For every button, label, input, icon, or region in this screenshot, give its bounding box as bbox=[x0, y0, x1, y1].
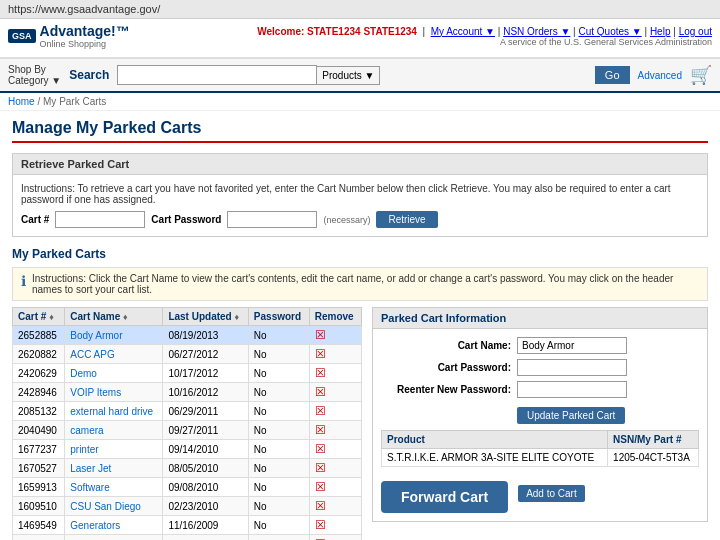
cart-name-link[interactable]: Body Armor bbox=[70, 330, 122, 341]
table-row: 1469549 Generators 11/16/2009 No ☒ bbox=[13, 516, 362, 535]
password-cell: No bbox=[248, 440, 309, 459]
cart-num-cell: 1659913 bbox=[13, 478, 65, 497]
cart-name-link[interactable]: Generators bbox=[70, 520, 120, 531]
remove-cell: ☒ bbox=[309, 402, 361, 421]
go-button[interactable]: Go bbox=[595, 66, 630, 84]
cart-name-cell: Generators bbox=[65, 516, 163, 535]
cart-name-cell: Demo bbox=[65, 364, 163, 383]
breadcrumb-home[interactable]: Home bbox=[8, 96, 35, 107]
cart-name-row: Cart Name: bbox=[381, 337, 699, 354]
header-right: Welcome: STATE1234 STATE1234 | My Accoun… bbox=[257, 26, 712, 47]
cart-num-cell: 2085132 bbox=[13, 402, 65, 421]
cart-name-cell: camera bbox=[65, 421, 163, 440]
cart-name-cell: Park bbox=[65, 535, 163, 541]
logo-area: GSA Advantage!™ Online Shopping bbox=[8, 23, 130, 49]
reenter-pass-label: Reenter New Password: bbox=[381, 384, 511, 395]
product-cell: S.T.R.I.K.E. ARMOR 3A-SITE ELITE COYOTE bbox=[382, 449, 608, 467]
cart-name-link[interactable]: external hard drive bbox=[70, 406, 153, 417]
remove-icon[interactable]: ☒ bbox=[315, 366, 326, 380]
cart-name-link[interactable]: CSU San Diego bbox=[70, 501, 141, 512]
cart-name-cell: Laser Jet bbox=[65, 459, 163, 478]
update-parked-cart-button[interactable]: Update Parked Cart bbox=[517, 407, 625, 424]
password-cell: No bbox=[248, 535, 309, 541]
welcome-user: STATE1234 STATE1234 bbox=[307, 26, 417, 37]
password-cell: No bbox=[248, 402, 309, 421]
cart-password-input[interactable] bbox=[227, 211, 317, 228]
my-account-link[interactable]: My Account ▼ bbox=[431, 26, 495, 37]
cart-table: Cart # ♦ Cart Name ♦ Last Updated ♦ Pass… bbox=[12, 307, 362, 540]
cart-name-link[interactable]: VOIP Items bbox=[70, 387, 121, 398]
col-cart-name: Cart Name ♦ bbox=[65, 308, 163, 326]
cart-num-input[interactable] bbox=[55, 211, 145, 228]
logo-text: Advantage!™ bbox=[40, 23, 130, 39]
table-row: 1677237 printer 09/14/2010 No ☒ bbox=[13, 440, 362, 459]
cart-name-cell: CSU San Diego bbox=[65, 497, 163, 516]
last-updated-cell: 09/21/2009 bbox=[163, 535, 248, 541]
remove-icon[interactable]: ☒ bbox=[315, 442, 326, 456]
url-text: https://www.gsaadvantage.gov/ bbox=[8, 3, 160, 15]
password-cell: No bbox=[248, 478, 309, 497]
remove-icon[interactable]: ☒ bbox=[315, 347, 326, 361]
agency-text: A service of the U.S. General Services A… bbox=[257, 37, 712, 47]
reenter-pass-field[interactable] bbox=[517, 381, 627, 398]
cart-name-link[interactable]: Laser Jet bbox=[70, 463, 111, 474]
retrieve-section-title: Retrieve Parked Cart bbox=[13, 154, 707, 175]
cart-num-cell: 1677237 bbox=[13, 440, 65, 459]
page-title: Manage My Parked Carts bbox=[12, 119, 708, 143]
cart-name-link[interactable]: printer bbox=[70, 444, 98, 455]
search-input[interactable] bbox=[117, 65, 317, 85]
cart-num-cell: 2420629 bbox=[13, 364, 65, 383]
bottom-action-row: Forward Cart Add to Cart bbox=[381, 473, 699, 513]
retrieve-button[interactable]: Retrieve bbox=[376, 211, 437, 228]
remove-icon[interactable]: ☒ bbox=[315, 404, 326, 418]
cart-num-cell: 1253602 bbox=[13, 535, 65, 541]
forward-cart-button[interactable]: Forward Cart bbox=[381, 481, 508, 513]
nsn-orders-link[interactable]: NSN Orders ▼ bbox=[503, 26, 570, 37]
cart-name-field[interactable] bbox=[517, 337, 627, 354]
info-panel-body: Cart Name: Cart Password: Reenter New Pa… bbox=[373, 329, 707, 521]
search-label: Search bbox=[69, 68, 109, 82]
cart-name-link[interactable]: Software bbox=[70, 482, 109, 493]
cart-name-cell: external hard drive bbox=[65, 402, 163, 421]
remove-icon[interactable]: ☒ bbox=[315, 518, 326, 532]
remove-icon[interactable]: ☒ bbox=[315, 423, 326, 437]
last-updated-cell: 10/17/2012 bbox=[163, 364, 248, 383]
table-row: 2652885 Body Armor 08/19/2013 No ☒ bbox=[13, 326, 362, 345]
cart-num-cell: 2652885 bbox=[13, 326, 65, 345]
remove-icon[interactable]: ☒ bbox=[315, 328, 326, 342]
two-col-layout: Cart # ♦ Cart Name ♦ Last Updated ♦ Pass… bbox=[12, 307, 708, 540]
cart-table-body: 2652885 Body Armor 08/19/2013 No ☒ 26208… bbox=[13, 326, 362, 541]
products-dropdown[interactable]: Products ▼ bbox=[317, 66, 380, 85]
remove-icon[interactable]: ☒ bbox=[315, 385, 326, 399]
last-updated-cell: 06/29/2011 bbox=[163, 402, 248, 421]
cart-icon[interactable]: 🛒 bbox=[690, 64, 712, 86]
cart-table-area: Cart # ♦ Cart Name ♦ Last Updated ♦ Pass… bbox=[12, 307, 362, 540]
cart-name-link[interactable]: ACC APG bbox=[70, 349, 114, 360]
cut-quotes-link[interactable]: Cut Quotes ▼ bbox=[578, 26, 641, 37]
cart-name-field-label: Cart Name: bbox=[381, 340, 511, 351]
cart-name-cell: printer bbox=[65, 440, 163, 459]
info-panel-title: Parked Cart Information bbox=[373, 308, 707, 329]
remove-icon[interactable]: ☒ bbox=[315, 461, 326, 475]
remove-cell: ☒ bbox=[309, 440, 361, 459]
product-table-header: Product NSN/My Part # bbox=[382, 431, 699, 449]
last-updated-cell: 09/27/2011 bbox=[163, 421, 248, 440]
cart-name-link[interactable]: Demo bbox=[70, 368, 97, 379]
advanced-link[interactable]: Advanced bbox=[638, 70, 682, 81]
table-row: 1609510 CSU San Diego 02/23/2010 No ☒ bbox=[13, 497, 362, 516]
remove-icon[interactable]: ☒ bbox=[315, 480, 326, 494]
cart-name-cell: Body Armor bbox=[65, 326, 163, 345]
remove-icon[interactable]: ☒ bbox=[315, 499, 326, 513]
password-cell: No bbox=[248, 497, 309, 516]
cart-pass-field[interactable] bbox=[517, 359, 627, 376]
logout-link[interactable]: Log out bbox=[679, 26, 712, 37]
add-to-cart-button[interactable]: Add to Cart bbox=[518, 485, 585, 502]
cart-name-link[interactable]: camera bbox=[70, 425, 103, 436]
optional-text: (necessary) bbox=[323, 215, 370, 225]
cart-name-cell: VOIP Items bbox=[65, 383, 163, 402]
last-updated-cell: 09/14/2010 bbox=[163, 440, 248, 459]
product-row: S.T.R.I.K.E. ARMOR 3A-SITE ELITE COYOTE … bbox=[382, 449, 699, 467]
help-link[interactable]: Help bbox=[650, 26, 671, 37]
shop-by-label[interactable]: Shop By Category ▼ bbox=[8, 64, 61, 86]
retrieve-form: Cart # Cart Password (necessary) Retriev… bbox=[21, 211, 699, 228]
